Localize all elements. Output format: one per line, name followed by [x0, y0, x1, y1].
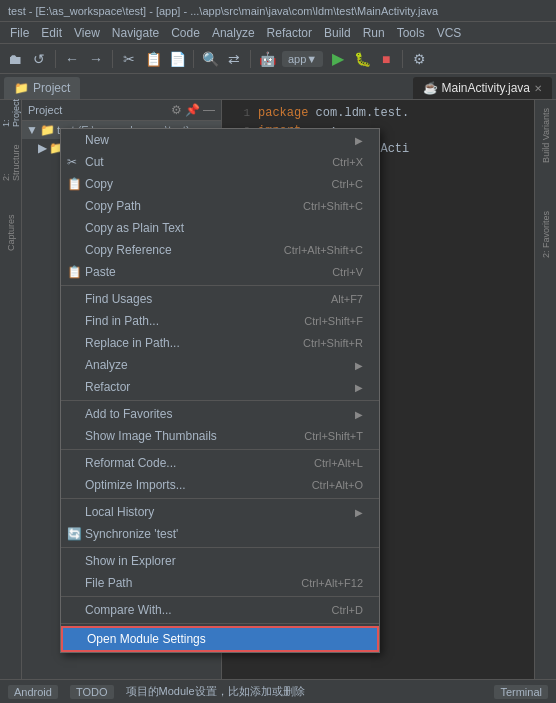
menu-code[interactable]: Code [165, 24, 206, 42]
tab-project-text: Project [33, 81, 70, 95]
menu-file[interactable]: File [4, 24, 35, 42]
title-bar: test - [E:\as_workspace\test] - [app] - … [0, 0, 556, 22]
menu-navigate[interactable]: Navigate [106, 24, 165, 42]
ctx-show-explorer[interactable]: Show in Explorer [61, 550, 222, 572]
toolbar-btn-1[interactable]: 🖿 [4, 48, 26, 70]
ctx-sep-2 [61, 400, 222, 401]
code-line-1: 1 package com.ldm.test. [230, 104, 526, 122]
tree-node-expand: ▶ [38, 141, 47, 155]
menu-tools[interactable]: Tools [391, 24, 431, 42]
toolbar-btn-2[interactable]: ↺ [28, 48, 50, 70]
toolbar-sep-2 [112, 50, 113, 68]
ctx-copy-plain[interactable]: Copy as Plain Text [61, 217, 222, 239]
panel-header-title: Project [28, 104, 62, 116]
status-todo[interactable]: TODO [70, 685, 114, 699]
menu-analyze[interactable]: Analyze [206, 24, 261, 42]
ctx-paste-icon: 📋 [67, 265, 82, 279]
tab-project-label[interactable]: 📁 Project [4, 77, 80, 99]
status-text: 项目的Module设置，比如添加或删除 [126, 684, 305, 699]
panel-pin-icon[interactable]: 📌 [185, 103, 200, 117]
title-text: test - [E:\as_workspace\test] - [app] - … [8, 5, 438, 17]
ctx-paste[interactable]: 📋 Paste Ctrl+V [61, 261, 222, 283]
menu-edit[interactable]: Edit [35, 24, 68, 42]
status-android[interactable]: Android [8, 685, 58, 699]
panel-settings-icon[interactable]: ⚙ [171, 103, 182, 117]
sidebar-project-tab[interactable]: 1: Project [2, 104, 20, 122]
ctx-analyze-label: Analyze [85, 358, 128, 372]
ctx-find-path[interactable]: Find in Path... Ctrl+Shift+F [61, 310, 222, 332]
tab-close-btn[interactable]: ✕ [534, 83, 542, 94]
ctx-thumbnails-label: Show Image Thumbnails [85, 429, 217, 443]
ctx-cut[interactable]: ✂ Cut Ctrl+X [61, 151, 222, 173]
panel-header: Project ⚙ 📌 — [22, 100, 221, 121]
ctx-file-path[interactable]: File Path Ctrl+Alt+F12 [61, 572, 222, 594]
toolbar-stop[interactable]: ■ [375, 48, 397, 70]
tab-mainactivity[interactable]: ☕ MainActivity.java ✕ [413, 77, 552, 99]
toolbar-undo[interactable]: ← [61, 48, 83, 70]
right-sidebar-build-variants[interactable]: Build Variants [539, 104, 553, 167]
ctx-synchronize-label: Synchronize 'test' [85, 527, 178, 541]
ctx-cut-icon: ✂ [67, 155, 77, 169]
toolbar-find[interactable]: 🔍 [199, 48, 221, 70]
toolbar-redo[interactable]: → [85, 48, 107, 70]
ctx-compare[interactable]: Compare With... Ctrl+D [61, 599, 222, 621]
tree-folder-icon: 📁 [40, 123, 55, 137]
ctx-copy[interactable]: 📋 Copy Ctrl+C [61, 173, 222, 195]
panel-collapse-icon[interactable]: — [203, 103, 215, 117]
toolbar-replace[interactable]: ⇄ [223, 48, 245, 70]
toolbar-sep-3 [193, 50, 194, 68]
ctx-replace-path[interactable]: Replace in Path... Ctrl+Shift+R [61, 332, 222, 354]
toolbar-sdk[interactable]: ⚙ [408, 48, 430, 70]
tab-java-icon: ☕ [423, 81, 438, 95]
ctx-find-usages[interactable]: Find Usages Alt+F7 [61, 288, 222, 310]
ctx-refactor[interactable]: Refactor ▶ [61, 376, 222, 398]
toolbar-debug[interactable]: 🐛 [351, 48, 373, 70]
ctx-copy-ref[interactable]: Copy Reference Ctrl+Alt+Shift+C [61, 239, 222, 261]
menu-refactor[interactable]: Refactor [261, 24, 318, 42]
ctx-show-explorer-label: Show in Explorer [85, 554, 176, 568]
ctx-local-history[interactable]: Local History ▶ [61, 501, 222, 523]
ctx-thumbnails[interactable]: Show Image Thumbnails Ctrl+Shift+T [61, 425, 222, 447]
sidebar-captures-tab[interactable]: Captures [2, 224, 20, 242]
ctx-sep-3 [61, 449, 222, 450]
toolbar-copy[interactable]: 📋 [142, 48, 164, 70]
status-terminal[interactable]: Terminal [494, 685, 548, 699]
ctx-paste-label: Paste [85, 265, 116, 279]
ctx-analyze[interactable]: Analyze ▶ [61, 354, 222, 376]
ctx-synchronize-icon: 🔄 [67, 527, 82, 541]
tab-mainactivity-text: MainActivity.java [442, 81, 530, 95]
ctx-new-label: New [85, 133, 109, 147]
ctx-new[interactable]: New ▶ [61, 129, 222, 151]
menu-vcs[interactable]: VCS [431, 24, 468, 42]
ctx-favorites[interactable]: Add to Favorites ▶ [61, 403, 222, 425]
toolbar-app-label: app [288, 53, 306, 65]
ctx-sep-4 [61, 498, 222, 499]
toolbar-android[interactable]: 🤖 [256, 48, 278, 70]
toolbar-paste[interactable]: 📄 [166, 48, 188, 70]
ctx-copy-path[interactable]: Copy Path Ctrl+Shift+C [61, 195, 222, 217]
ctx-refactor-label: Refactor [85, 380, 130, 394]
ctx-cut-label: Cut [85, 155, 104, 169]
ctx-copy-ref-label: Copy Reference [85, 243, 172, 257]
menu-build[interactable]: Build [318, 24, 357, 42]
toolbar: 🖿 ↺ ← → ✂ 📋 📄 🔍 ⇄ 🤖 app ▼ ▶ 🐛 ■ ⚙ [0, 44, 556, 74]
tree-expand-icon: ▼ [26, 123, 38, 137]
ctx-favorites-label: Add to Favorites [85, 407, 172, 421]
toolbar-run[interactable]: ▶ [327, 48, 349, 70]
toolbar-cut[interactable]: ✂ [118, 48, 140, 70]
ctx-synchronize[interactable]: 🔄 Synchronize 'test' [61, 523, 222, 545]
menu-run[interactable]: Run [357, 24, 391, 42]
toolbar-sep-4 [250, 50, 251, 68]
ctx-find-path-label: Find in Path... [85, 314, 159, 328]
ctx-reformat[interactable]: Reformat Code... Ctrl+Alt+L [61, 452, 222, 474]
ctx-open-module[interactable]: Open Module Settings [61, 626, 222, 652]
sidebar-structure-tab[interactable]: 2: Structure [2, 154, 20, 172]
ctx-optimize[interactable]: Optimize Imports... Ctrl+Alt+O [61, 474, 222, 496]
ctx-local-history-label: Local History [85, 505, 154, 519]
right-sidebar-favorites[interactable]: 2: Favorites [539, 207, 553, 262]
status-bar: Android TODO 项目的Module设置，比如添加或删除 Termina… [0, 679, 556, 703]
toolbar-app-selector[interactable]: app ▼ [282, 51, 323, 67]
ctx-replace-path-label: Replace in Path... [85, 336, 180, 350]
ctx-copy-plain-label: Copy as Plain Text [85, 221, 184, 235]
menu-view[interactable]: View [68, 24, 106, 42]
